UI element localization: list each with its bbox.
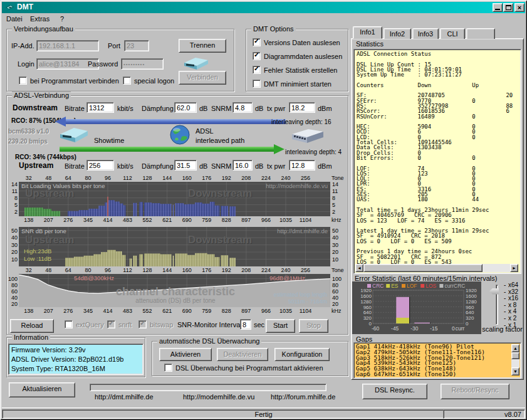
db2-down-unit: dB [255, 105, 263, 113]
txpwr-up-field[interactable] [289, 160, 315, 171]
scroll-left-button[interactable]: ◄ [355, 264, 363, 272]
axis-unit: kHz [331, 217, 347, 224]
menu-bar: Datei Extras ? [2, 14, 525, 24]
axis-tick: 759 [197, 308, 216, 315]
axis-tick: 414 [98, 217, 117, 224]
tab-info3[interactable]: Info3 [412, 28, 439, 39]
slider-thumb[interactable] [489, 288, 499, 295]
dmt-options-title: DMT Options [251, 25, 296, 33]
statistics-hscrollbar[interactable]: ◄ ► [355, 264, 518, 272]
hscroll-thumb[interactable] [363, 264, 483, 272]
slider-scale-label: x 2 [508, 315, 516, 321]
svg-text:LOS: LOS [425, 283, 436, 289]
vscroll-thumb[interactable] [511, 352, 519, 359]
svg-text:SNR dB per tone: SNR dB per tone [21, 228, 66, 234]
svg-text:-30: -30 [410, 325, 419, 332]
axis-tick: 966 [256, 217, 275, 224]
snr-chart: UpstreamUpstreamDownstreamDownstreamSNR … [19, 227, 330, 266]
monitoring-autostart-checkbox[interactable]: ✓ [164, 364, 172, 372]
version-text: v8.07 [504, 411, 524, 418]
adsl-path-label2: interleaved path [196, 137, 244, 145]
bit-chart-y-label: 14 [4, 182, 18, 187]
axis-tick: 828 [217, 308, 236, 315]
autostart-connect-checkbox[interactable]: ✓ [19, 76, 27, 85]
slider-tick: - [504, 315, 506, 321]
interleaving-depth-down: interleaving depth: 16 [271, 118, 331, 126]
svg-text:http://dmt.mhilfe.de: http://dmt.mhilfe.de [277, 228, 328, 234]
db1-down-unit: dB [199, 105, 207, 113]
bitswap-checkbox[interactable]: ✓ [138, 320, 147, 328]
snrm-down-field[interactable] [232, 102, 253, 113]
interval-field[interactable] [240, 319, 251, 330]
option-fehler-checkbox[interactable]: ✓ [253, 66, 261, 74]
snrft-checkbox[interactable]: ✓ [107, 320, 115, 328]
bitrate-down-field[interactable] [86, 102, 114, 113]
app-icon[interactable] [5, 4, 14, 11]
daempfung-down-field[interactable] [174, 102, 197, 113]
snrm-down-label: SNRM [211, 105, 231, 113]
axis-tick: 176 [197, 267, 216, 274]
axis-tick: 345 [78, 217, 97, 224]
tab-cli[interactable]: CLI [440, 28, 465, 39]
disconnect-button[interactable]: Trennen [179, 39, 226, 53]
minimize-button[interactable] [493, 3, 503, 12]
reboot-resync-button[interactable]: Reboot/Resync [441, 384, 509, 399]
password-field[interactable] [121, 58, 164, 70]
axis-tick: 621 [158, 308, 177, 315]
activate-button[interactable]: Aktivieren [159, 348, 212, 361]
bit-chart-y-label: 2 [4, 209, 18, 215]
maximize-button[interactable] [503, 3, 513, 12]
deactivate-button[interactable]: Deaktivieren [217, 348, 268, 361]
config-button[interactable]: Konfiguration [274, 348, 330, 361]
close-button[interactable]: × [514, 3, 524, 12]
link-forum-mhilfe[interactable]: http://forum.mhilfe.de [271, 393, 335, 401]
option-minimiert-checkbox[interactable]: ✓ [253, 80, 261, 88]
axis-tick: 276 [59, 217, 78, 224]
stop-button[interactable]: Stop [299, 319, 328, 333]
refresh-button[interactable]: Aktualisieren [9, 382, 75, 397]
svg-text:-15: -15 [430, 325, 438, 332]
gaps-vscrollbar[interactable]: ▲ ▼ [511, 344, 519, 375]
scroll-down-button[interactable]: ▼ [511, 367, 519, 375]
tab-blank[interactable] [466, 28, 495, 39]
option-versions-checkbox[interactable]: ✓ [253, 38, 261, 46]
snr-chart-y-label: 40 [4, 235, 18, 241]
menu-datei[interactable]: Datei [6, 15, 23, 23]
tab-info2[interactable]: Info2 [384, 28, 411, 39]
axis-tick: 240 [276, 267, 295, 274]
daempfung-up-field[interactable] [174, 160, 197, 171]
monitoring-autostart-label: DSL Überwachung bei Programmstart aktivi… [175, 364, 323, 372]
scroll-right-button[interactable]: ► [510, 264, 518, 272]
menu-extras[interactable]: Extras [30, 15, 50, 23]
svg-text:estimated loop length: estimated loop length [273, 291, 327, 298]
showtime-label: Showtime [94, 137, 124, 145]
txpwr-down-field[interactable] [289, 102, 315, 113]
option-diagramm-checkbox[interactable]: ✓ [253, 52, 261, 60]
snr-chart-y-label: 20 [332, 249, 347, 255]
svg-text:channel characteristic: channel characteristic [116, 285, 235, 298]
autostart-connect-label: bei Programmstart verbinden [30, 77, 119, 85]
kbit-up-unit: kbit/s [117, 162, 133, 171]
axis-tick: 64 [59, 267, 78, 274]
scroll-up-button[interactable]: ▲ [511, 344, 519, 352]
bitrate-up-field[interactable] [86, 160, 114, 171]
option-versions-label: Versions Daten auslesen [264, 39, 340, 47]
special-logon-checkbox[interactable]: ✓ [123, 76, 131, 85]
snrm-up-field[interactable] [232, 160, 253, 171]
start-button[interactable]: Start [266, 319, 295, 333]
tab-info1[interactable]: Info1 [353, 26, 382, 39]
attenuation-chart-y-label: 80 [4, 283, 18, 288]
port-field[interactable] [124, 40, 149, 51]
link-dmt-mhilfe[interactable]: http://dmt.mhilfe.de [95, 393, 154, 401]
dsl-resync-button[interactable]: DSL Resync. [362, 384, 427, 399]
link-modemhilfe[interactable]: http://modemhilfe.de.vu [183, 393, 254, 401]
adsl-group-title: ADSL-Verbindung [12, 92, 71, 99]
ip-field[interactable] [36, 40, 99, 51]
statistics-text: ADSL Connection Status DSL Line Up Count… [354, 50, 521, 266]
menu-help[interactable]: ? [60, 15, 64, 23]
title-bar[interactable]: DMT × [2, 2, 525, 13]
connect-button[interactable]: Verbinden [179, 71, 226, 85]
axis-tick: 690 [177, 308, 196, 315]
reload-button[interactable]: Reload [10, 319, 54, 333]
extquery-checkbox[interactable]: ✓ [65, 320, 73, 328]
